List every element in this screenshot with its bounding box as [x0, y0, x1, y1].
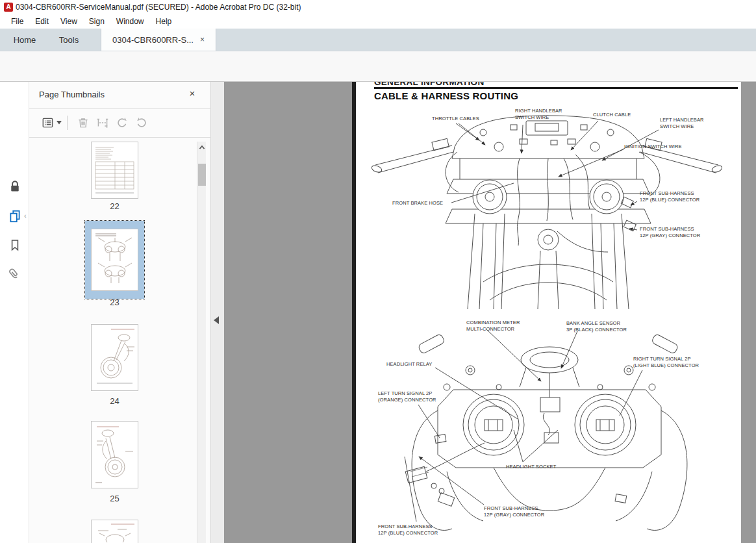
page-thumbnails-panel: Page Thumbnails ×: [29, 82, 211, 543]
security-lock-icon[interactable]: [8, 179, 22, 194]
acrobat-window: A 0304-CBR600RR-ServiceManual.pdf (SECUR…: [0, 0, 756, 543]
page-thumbnails-panel-icon[interactable]: [8, 209, 22, 223]
panel-separator: [29, 137, 211, 138]
bookmarks-panel-icon[interactable]: [8, 238, 22, 252]
panel-gutter: [211, 82, 224, 543]
acrobat-logo-icon: A: [4, 3, 13, 12]
scrollbar-up-icon[interactable]: [197, 143, 207, 153]
thumbnail-24-sketch: [92, 325, 138, 390]
label-front-sub-harness-blue-lower: FRONT SUB-HARNESS 12P (BLUE) CONNECTOR: [378, 524, 438, 537]
tab-tools[interactable]: Tools: [51, 29, 87, 51]
label-clutch-cable: CLUTCH CABLE: [593, 112, 631, 118]
label-front-sub-harness-gray-lower: FRONT SUB-HARNESS 12P (GRAY) CONNECTOR: [484, 505, 544, 518]
tab-document[interactable]: 0304-CBR600RR-S... ×: [101, 29, 216, 51]
label-front-sub-harness-gray: FRONT SUB-HARNESS 12P (GRAY) CONNECTOR: [640, 226, 700, 239]
label-throttle-cables: THROTTLE CABLES: [432, 116, 479, 122]
page-thumbnail-24[interactable]: [91, 324, 138, 391]
label-combination-meter: COMBINATION METER MULTI-CONNECTOR: [466, 320, 520, 333]
title-bar: A 0304-CBR600RR-ServiceManual.pdf (SECUR…: [0, 0, 756, 14]
attachments-panel-icon[interactable]: [8, 265, 22, 279]
page-size-icon[interactable]: [95, 116, 110, 130]
label-left-handlebar-switch-wire: LEFT HANDLEBAR SWITCH WIRE: [660, 117, 704, 130]
close-tab-icon[interactable]: ×: [200, 35, 205, 44]
scrollbar-thumb[interactable]: [198, 164, 206, 186]
label-left-turn-signal: LEFT TURN SIGNAL 2P (ORANGE) CONNECTOR: [378, 390, 436, 403]
navigation-rail: ‹: [0, 82, 29, 543]
thumbnail-25-sketch: [92, 422, 138, 488]
panel-title: Page Thumbnails: [39, 90, 105, 99]
tab-bar: Home Tools 0304-CBR600RR-S... ×: [0, 29, 756, 51]
panel-toolbar-divider: [67, 116, 68, 130]
menu-view[interactable]: View: [55, 15, 83, 28]
window-title: 0304-CBR600RR-ServiceManual.pdf (SECURED…: [16, 3, 301, 12]
pdf-page: GENERAL INFORMATION CABLE & HARNESS ROUT…: [356, 82, 741, 543]
options-caret-icon[interactable]: [57, 121, 62, 125]
thumbnail-partial-sketch: [92, 520, 138, 542]
panel-notch-icon: ‹: [24, 212, 27, 220]
tab-home[interactable]: Home: [6, 29, 43, 51]
menu-bar: File Edit View Sign Window Help: [0, 14, 756, 29]
document-tab-label: 0304-CBR600RR-S...: [112, 35, 194, 45]
thumbnail-25-number[interactable]: 25: [91, 494, 138, 503]
close-panel-icon[interactable]: ×: [187, 88, 197, 99]
rotate-counterclockwise-icon[interactable]: [115, 116, 129, 130]
label-bank-angle-sensor: BANK ANGLE SENSOR 3P (BLACK) CONNECTOR: [566, 320, 627, 333]
delete-pages-icon[interactable]: [76, 116, 90, 130]
label-front-brake-hose: FRONT BRAKE HOSE: [392, 200, 443, 207]
label-headlight-socket: HEADLIGHT SOCKET: [506, 464, 556, 470]
thumbnail-22-number[interactable]: 22: [91, 201, 138, 211]
label-right-handlebar-switch-wire: RIGHT HANDLEBAR SWITCH WIRE: [515, 108, 562, 121]
menu-help[interactable]: Help: [150, 15, 178, 28]
page-thumbnail-23[interactable]: [91, 229, 138, 291]
label-headlight-relay: HEADLIGHT RELAY: [386, 361, 432, 368]
menu-edit[interactable]: Edit: [29, 15, 55, 28]
page-thumbnail-25[interactable]: [91, 421, 138, 488]
label-right-turn-signal: RIGHT TURN SIGNAL 2P (LIGHT BLUE) CONNEC…: [633, 356, 699, 369]
label-front-sub-harness-blue: FRONT SUB-HARNESS 12P (BLUE) CONNECTOR: [640, 190, 699, 203]
thumbnail-23-sketch: [92, 229, 138, 290]
menu-file[interactable]: File: [5, 15, 29, 28]
thumbnail-options-icon[interactable]: [41, 116, 55, 130]
thumbnails-scrollbar[interactable]: [197, 142, 206, 543]
thumbnail-22-sketch: [92, 142, 138, 198]
main-toolbar: / 529 66.7%: [0, 51, 756, 82]
diagram-artwork: [356, 82, 741, 543]
rotate-clockwise-icon[interactable]: [134, 116, 149, 130]
thumbnail-23-number[interactable]: 23: [91, 297, 138, 307]
menu-window[interactable]: Window: [110, 15, 150, 28]
label-ignition-switch-wire: IGNITION SWITCH WIRE: [624, 144, 682, 150]
page-thumbnail-partial[interactable]: [91, 520, 138, 543]
page-thumbnail-22[interactable]: [91, 142, 138, 199]
menu-sign[interactable]: Sign: [83, 15, 110, 28]
panel-separator: [29, 108, 211, 109]
thumbnail-24-number[interactable]: 24: [91, 396, 138, 406]
document-area[interactable]: GENERAL INFORMATION CABLE & HARNESS ROUT…: [224, 82, 756, 543]
collapse-panel-arrow[interactable]: [214, 316, 219, 324]
